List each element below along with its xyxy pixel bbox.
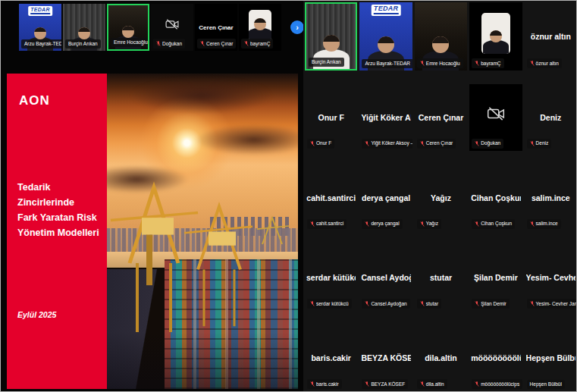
name-label: Deniz: [527, 139, 552, 149]
chevron-right-icon: ›: [296, 23, 299, 32]
mic-muted-icon: [475, 221, 479, 227]
name-label: dila.altin: [417, 379, 447, 389]
tile-yigit-koker-aksoy[interactable]: Yiğit Köker Aks... Yiğit Köker Aksoy – S…: [359, 84, 412, 151]
participant-name: Hepşen Bülbül: [526, 353, 575, 362]
strip-tile-bayramc[interactable]: bayramÇ: [239, 4, 281, 51]
name-label: Arzu Bayrak-TEDAR: [21, 39, 61, 49]
tedar-logo: TEDAR: [372, 5, 401, 16]
tile-deniz[interactable]: Deniz Deniz: [525, 84, 577, 151]
tile-yagiz[interactable]: Yağız Yağız: [415, 165, 467, 231]
tile-cihan-coskun[interactable]: Cihan Çoşkun Cihan Çoşkun: [469, 165, 522, 231]
participant-name: salim.ince: [526, 193, 575, 202]
camera-off-icon: [165, 17, 180, 32]
participant-name: Yesim- Cevher J...: [526, 273, 575, 282]
participant-name: Şilan Demir: [471, 273, 520, 282]
tile-dogukan[interactable]: Doğukan: [469, 84, 522, 151]
participant-name: Yiğit Köker Aks...: [361, 113, 410, 122]
mic-muted-icon: [365, 300, 369, 307]
tile-burcin-arikan[interactable]: Burçin Arıkan: [305, 2, 357, 71]
aon-logo: AON: [19, 93, 50, 108]
name-label: Ceren Çınar: [197, 39, 236, 49]
name-label: derya çangal: [362, 219, 402, 229]
tile-cahit-santirci[interactable]: cahit.santirci cahit.santirci: [305, 165, 357, 231]
meeting-screenshot: TEDAR Arzu Bayrak-TEDAR Burçin Arıkan Em…: [0, 0, 577, 392]
filmstrip-next-button[interactable]: ›: [290, 20, 304, 34]
name-label: stutar: [417, 299, 441, 309]
tile-arzu-bayrak[interactable]: TEDAR Arzu Bayrak-TEDAR: [359, 2, 412, 71]
mic-muted-icon: [420, 300, 425, 307]
participant-name: baris.cakir: [306, 353, 356, 362]
tile-yesim-cevher-jant[interactable]: Yesim- Cevher J... Yesim- Cevher Jant: [525, 245, 577, 312]
name-label: öznur altın: [527, 58, 562, 68]
mic-muted-icon: [420, 221, 425, 227]
name-label: bayramÇ: [241, 39, 273, 49]
shared-slide: AON Tedarik Zincirlerinde Fark Yaratan R…: [7, 74, 298, 389]
tile-serdar-kutukcu[interactable]: serdar kütükcü serdar kütükcü: [305, 245, 357, 312]
tile-salim-ince[interactable]: salim.ince salim.ince: [525, 165, 577, 231]
avatar-figure: [249, 18, 271, 42]
tile-ceren-cinar[interactable]: Ceren Çınar Ceren Çınar: [415, 84, 467, 151]
mic-muted-icon: [530, 140, 535, 147]
mic-muted-icon: [475, 140, 479, 147]
participant-name: stutar: [416, 273, 466, 282]
participant-name: cahit.santirci: [306, 193, 356, 202]
name-label: Burçin Arıkan: [65, 39, 101, 49]
participant-filmstrip: TEDAR Arzu Bayrak-TEDAR Burçin Arıkan Em…: [19, 4, 304, 51]
name-label: Yesim- Cevher Jant: [527, 299, 577, 309]
participant-name: Ceren Çınar: [196, 24, 236, 31]
name-label: bayramÇ: [472, 58, 503, 68]
port-photo: [107, 74, 298, 389]
tile-derya-cangal[interactable]: derya çangal derya çangal: [359, 165, 412, 231]
strip-tile-ceren-cinar[interactable]: Ceren Çınar Ceren Çınar: [195, 4, 237, 51]
tile-hepsen-bulbul[interactable]: Hepşen Bülbül Hepşen Bülbül: [525, 325, 577, 391]
mic-muted-icon: [310, 300, 315, 307]
strip-tile-emre-hocaoglu[interactable]: Emre Hocaoğlu: [107, 4, 149, 51]
mic-muted-icon: [365, 381, 369, 387]
avatar: [249, 10, 271, 42]
avatar: [481, 13, 510, 54]
name-label: Ceren Çınar: [417, 139, 456, 149]
mic-muted-icon: [475, 381, 479, 387]
mic-muted-icon: [475, 300, 479, 307]
tile-stutar[interactable]: stutar stutar: [415, 245, 467, 312]
mic-muted-icon: [365, 221, 369, 227]
name-label: Yiğit Köker Aksoy – Siemens Energy: [362, 139, 412, 149]
participant-name: Yağız: [416, 193, 466, 202]
participant-name: Cansel Aydoğan: [361, 273, 410, 282]
name-label: Emre Hocaoğlu: [417, 58, 463, 68]
gallery-grid: Burçin Arıkan TEDAR Arzu Bayrak-TEDAR Em…: [305, 2, 577, 391]
tile-bayramc[interactable]: bayramÇ: [469, 2, 522, 71]
name-label: cahit.santirci: [307, 219, 347, 229]
mic-muted-icon: [530, 300, 535, 307]
participant-name: Deniz: [526, 113, 575, 122]
tile-cansel-aydogan[interactable]: Cansel Aydoğan Cansel Aydoğan: [359, 245, 412, 312]
mic-muted-icon: [310, 381, 315, 387]
tile-onur-f[interactable]: Onur F Onur F: [305, 84, 357, 151]
tile-baris-cakir[interactable]: baris.cakir baris.cakir: [305, 325, 357, 391]
tile-moolucips[interactable]: möööööööölücips möööööööölücips: [469, 325, 522, 391]
gallery-window: Burçin Arıkan TEDAR Arzu Bayrak-TEDAR Em…: [303, 1, 577, 392]
camera-off-icon: [486, 104, 506, 124]
name-label: Doğukan: [472, 139, 503, 149]
mic-muted-icon: [530, 221, 535, 227]
tile-emre-hocaoglu[interactable]: Emre Hocaoğlu: [415, 2, 467, 71]
tile-dila-altin[interactable]: dila.altin dila.altin: [415, 325, 467, 391]
strip-tile-dogukan[interactable]: Doğukan: [151, 4, 193, 51]
strip-tile-burcin-arikan[interactable]: Burçin Arıkan: [63, 4, 105, 51]
tile-beyza-kosef[interactable]: BEYZA KÖSEF BEYZA KÖSEF: [359, 325, 412, 391]
slide-title: Tedarik Zincirlerinde Fark Yaratan Risk …: [17, 180, 101, 240]
name-label: BEYZA KÖSEF: [362, 379, 408, 389]
tedar-logo: TEDAR: [28, 6, 52, 16]
tile-oznur-altin[interactable]: öznur altın öznur altın: [525, 2, 577, 71]
participant-name: dila.altin: [416, 353, 466, 362]
strip-tile-arzu-bayrak[interactable]: TEDAR Arzu Bayrak-TEDAR: [19, 4, 61, 51]
mic-muted-icon: [420, 381, 425, 387]
cloud: [130, 77, 273, 114]
mic-muted-icon: [310, 221, 315, 227]
name-label: baris.cakir: [307, 379, 342, 389]
participant-name: serdar kütükcü: [306, 273, 356, 282]
participant-name: BEYZA KÖSEF: [361, 353, 410, 362]
tile-silan-demir[interactable]: Şilan Demir Şilan Demir: [469, 245, 522, 312]
name-label: Cansel Aydoğan: [362, 299, 409, 309]
port-cranes: [107, 143, 298, 333]
